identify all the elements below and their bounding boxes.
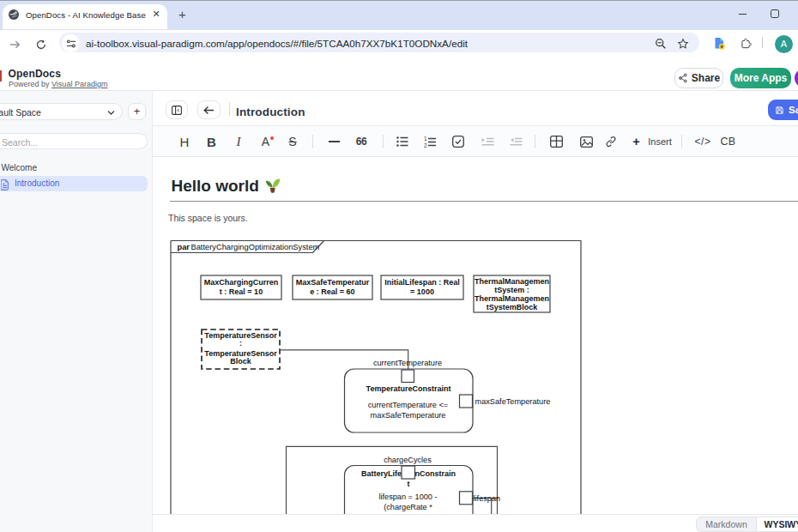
svg-text:e : Real = 60: e : Real = 60 xyxy=(310,287,354,296)
svg-text:1: 1 xyxy=(424,136,427,142)
svg-text:maxSafeTemperature: maxSafeTemperature xyxy=(475,397,551,406)
svg-text:MaxChargingCurren: MaxChargingCurren xyxy=(204,278,279,287)
svg-text:Block: Block xyxy=(230,357,252,366)
svg-text:TemperatureConstraint: TemperatureConstraint xyxy=(366,384,451,393)
svg-text:ThermalManagemen: ThermalManagemen xyxy=(475,277,549,286)
svg-text:tSystem :: tSystem : xyxy=(494,286,529,294)
svg-text:lifespan: lifespan xyxy=(474,494,501,503)
svg-text:= 1000: = 1000 xyxy=(410,287,434,296)
svg-text:2: 2 xyxy=(424,142,427,148)
svg-text:t: t xyxy=(408,480,410,488)
svg-text:ThermalManagemen: ThermalManagemen xyxy=(475,294,549,303)
svg-text:(chargeRate *: (chargeRate * xyxy=(384,503,432,511)
svg-text:BatteryChargingOptimizationSys: BatteryChargingOptimizationSystem xyxy=(191,243,320,251)
svg-text:par: par xyxy=(178,243,190,251)
svg-text:currentTemperature <=: currentTemperature <= xyxy=(368,401,448,409)
svg-text:currentTemperature: currentTemperature xyxy=(373,359,442,367)
svg-text:lifespan = 1000 -: lifespan = 1000 - xyxy=(378,493,437,501)
svg-text:t : Real = 10: t : Real = 10 xyxy=(220,287,263,296)
svg-text:maxSafeTemperature: maxSafeTemperature xyxy=(371,411,446,420)
svg-text:InitialLifespan : Real: InitialLifespan : Real xyxy=(384,278,460,287)
svg-text:tSystemBlock: tSystemBlock xyxy=(487,303,539,311)
svg-text:MaxSafeTemperatur: MaxSafeTemperatur xyxy=(296,278,370,287)
svg-text::: : xyxy=(239,339,242,348)
svg-text:chargeCycles: chargeCycles xyxy=(384,456,432,464)
